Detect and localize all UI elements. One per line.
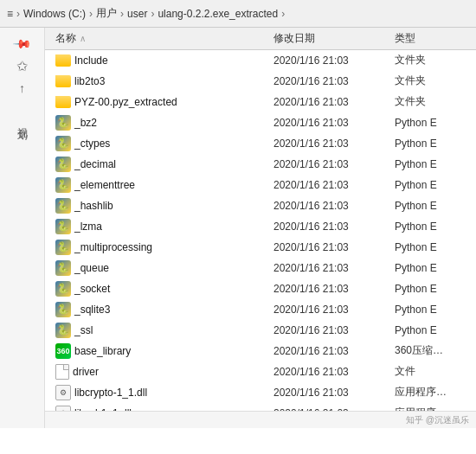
- breadcrumb-users[interactable]: 用户: [96, 6, 117, 21]
- file-name-text: _ssl: [74, 324, 93, 336]
- file-date: 2020/1/16 21:03: [273, 304, 395, 316]
- file-name-text: _multiprocessing: [74, 241, 152, 253]
- breadcrumb-menu[interactable]: ≡: [7, 8, 13, 20]
- file-name: lib2to3: [48, 75, 273, 87]
- file-name: PYZ-00.pyz_extracted: [48, 96, 273, 108]
- file-name-text: _hashlib: [74, 200, 113, 212]
- file-name: 🐍 _ctypes: [48, 136, 273, 151]
- folder-icon: [55, 96, 71, 108]
- file-name-text: driver: [73, 366, 99, 378]
- python-icon: 🐍: [55, 177, 71, 193]
- dll-icon: ⚙: [55, 385, 71, 400]
- star-icon[interactable]: ✩: [14, 57, 31, 74]
- python-icon: 🐍: [55, 240, 71, 255]
- table-row[interactable]: lib2to3 2020/1/16 21:03 文件夹: [45, 71, 476, 92]
- file-type: Python E: [395, 200, 473, 212]
- file-name-text: _sqlite3: [74, 304, 110, 316]
- file-name: 360 base_library: [48, 343, 273, 359]
- file-name-text: _lzma: [74, 221, 102, 233]
- file-name-text: libcrypto-1_1.dll: [74, 387, 147, 399]
- file-type: Python E: [395, 158, 473, 170]
- col-header-type[interactable]: 类型: [395, 31, 473, 46]
- sort-arrow-icon: ∧: [80, 34, 86, 43]
- python-icon: 🐍: [55, 115, 71, 131]
- address-bar: ≡ › Windows (C:) › 用户 › user › ulang-0.2…: [0, 0, 476, 28]
- python-icon: 🐍: [55, 260, 71, 276]
- file-name-text: _ctypes: [74, 137, 110, 150]
- table-row[interactable]: Include 2020/1/16 21:03 文件夹: [45, 50, 476, 71]
- col-header-date[interactable]: 修改日期: [273, 31, 395, 46]
- table-row[interactable]: 🐍 _decimal 2020/1/16 21:03 Python E: [45, 154, 476, 175]
- col-header-name[interactable]: 名称 ∧: [48, 31, 273, 46]
- python-icon: 🐍: [55, 281, 71, 297]
- breadcrumb-user[interactable]: user: [127, 8, 147, 20]
- file-type: Python E: [395, 304, 473, 316]
- table-row[interactable]: ⚙ libcrypto-1_1.dll 2020/1/16 21:03 应用程序…: [45, 382, 476, 403]
- file-date: 2020/1/16 21:03: [273, 366, 395, 378]
- file-name: 🐍 _queue: [48, 260, 273, 276]
- file-name-text: _elementtree: [74, 179, 135, 191]
- file-name: 🐍 _ssl: [48, 323, 273, 338]
- main-layout: 📌 ✩ ↑ 视划 名称 ∧ 修改日期 类型 Include 2020/1/16 …: [0, 28, 476, 428]
- breadcrumb-drive[interactable]: Windows (C:): [23, 8, 86, 20]
- table-row[interactable]: 🐍 _bz2 2020/1/16 21:03 Python E: [45, 112, 476, 133]
- table-row[interactable]: 🐍 _lzma 2020/1/16 21:03 Python E: [45, 216, 476, 237]
- table-row[interactable]: 360 base_library 2020/1/16 21:03 360压缩…: [45, 341, 476, 361]
- bottom-bar: 知乎 @沉迷虽乐: [45, 411, 476, 428]
- file-name-text: _bz2: [74, 117, 97, 129]
- file-name-text: _socket: [74, 283, 110, 295]
- arrow-icon[interactable]: ↑: [14, 80, 31, 97]
- python-icon: 🐍: [55, 136, 71, 151]
- table-row[interactable]: 🐍 _socket 2020/1/16 21:03 Python E: [45, 278, 476, 299]
- breadcrumb: ≡ › Windows (C:) › 用户 › user › ulang-0.2…: [7, 6, 286, 21]
- file-type: Python E: [395, 117, 473, 129]
- python-icon: 🐍: [55, 323, 71, 338]
- file-list[interactable]: Include 2020/1/16 21:03 文件夹 lib2to3 2020…: [45, 50, 476, 411]
- column-header: 名称 ∧ 修改日期 类型: [45, 28, 476, 50]
- file-type: 应用程序…: [395, 385, 473, 400]
- table-row[interactable]: 🐍 _ctypes 2020/1/16 21:03 Python E: [45, 133, 476, 154]
- table-row[interactable]: 🐍 _sqlite3 2020/1/16 21:03 Python E: [45, 299, 476, 320]
- file-type: 文件: [395, 364, 473, 379]
- file-date: 2020/1/16 21:03: [273, 387, 395, 399]
- file-name: driver: [48, 364, 273, 380]
- file-name: 🐍 _multiprocessing: [48, 240, 273, 255]
- table-row[interactable]: 🐍 _queue 2020/1/16 21:03 Python E: [45, 258, 476, 278]
- file-date: 2020/1/16 21:03: [273, 324, 395, 336]
- table-row[interactable]: 🐍 _multiprocessing 2020/1/16 21:03 Pytho…: [45, 237, 476, 258]
- file-type: Python E: [395, 283, 473, 295]
- file-date: 2020/1/16 21:03: [273, 117, 395, 129]
- sidebar: 📌 ✩ ↑ 视划: [0, 28, 45, 428]
- file-date: 2020/1/16 21:03: [273, 158, 395, 170]
- breadcrumb-current[interactable]: ulang-0.2.2.exe_extracted: [158, 8, 278, 20]
- file-type: Python E: [395, 262, 473, 274]
- python-icon: 🐍: [55, 157, 71, 172]
- watermark-text: 知乎 @沉迷虽乐: [406, 414, 469, 426]
- file-date: 2020/1/16 21:03: [273, 96, 395, 108]
- table-row[interactable]: 🐍 _elementtree 2020/1/16 21:03 Python E: [45, 175, 476, 195]
- table-row[interactable]: driver 2020/1/16 21:03 文件: [45, 361, 476, 382]
- file-date: 2020/1/16 21:03: [273, 241, 395, 253]
- file-icon: [55, 364, 69, 380]
- table-row[interactable]: PYZ-00.pyz_extracted 2020/1/16 21:03 文件夹: [45, 92, 476, 112]
- file-name-text: PYZ-00.pyz_extracted: [74, 96, 177, 108]
- file-name-text: _queue: [74, 262, 109, 274]
- file-name: 🐍 _hashlib: [48, 198, 273, 214]
- pin-icon[interactable]: 📌: [10, 31, 34, 55]
- file-date: 2020/1/16 21:03: [273, 137, 395, 150]
- python-icon: 🐍: [55, 198, 71, 214]
- file-name: 🐍 _elementtree: [48, 177, 273, 193]
- folder-icon: [55, 54, 71, 67]
- file-type: Python E: [395, 179, 473, 191]
- file-name: 🐍 _lzma: [48, 219, 273, 234]
- file-name: 🐍 _socket: [48, 281, 273, 297]
- table-row[interactable]: 🐍 _ssl 2020/1/16 21:03 Python E: [45, 320, 476, 341]
- file-name-text: lib2to3: [74, 75, 105, 87]
- table-row[interactable]: ⚙ libssl-1_1.dll 2020/1/16 21:03 应用程序…: [45, 403, 476, 411]
- file-type: 文件夹: [395, 94, 473, 109]
- file-date: 2020/1/16 21:03: [273, 283, 395, 295]
- table-row[interactable]: 🐍 _hashlib 2020/1/16 21:03 Python E: [45, 195, 476, 216]
- file-name: 🐍 _decimal: [48, 157, 273, 172]
- file-date: 2020/1/16 21:03: [273, 179, 395, 191]
- file-type: Python E: [395, 241, 473, 253]
